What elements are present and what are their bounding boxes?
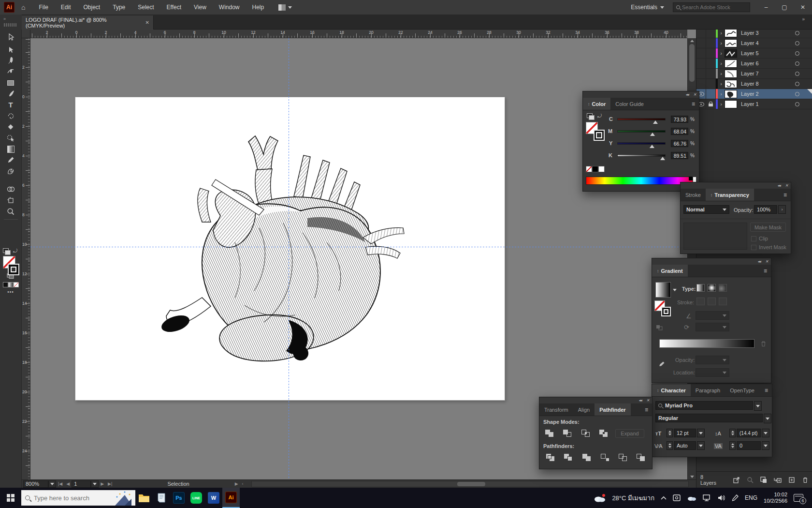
visibility-toggle[interactable] [696, 48, 706, 58]
minus-front-button[interactable] [563, 430, 571, 437]
target-circle[interactable] [795, 31, 799, 35]
hidden-icons-chevron-icon[interactable] [661, 496, 667, 500]
menu-effect[interactable]: Effect [167, 4, 181, 11]
shape-builder-tool[interactable] [5, 184, 16, 194]
tab-transparency[interactable]: ↕Transparency [706, 189, 754, 201]
new-layer-button[interactable] [788, 477, 795, 483]
artboard-number-field[interactable]: 1 [72, 480, 91, 488]
aspect-ratio-dropdown[interactable] [696, 323, 729, 331]
merge-button[interactable] [582, 454, 591, 461]
arrange-documents-button[interactable] [278, 4, 292, 11]
black-swatch[interactable] [592, 166, 598, 172]
collapse-panel-icon[interactable]: ◂◂ [757, 259, 760, 264]
layer-thumbnail[interactable] [725, 60, 737, 68]
tab-transform[interactable]: Transform [539, 403, 573, 416]
expand-chevron-icon[interactable]: › [718, 101, 725, 107]
rotate-tool[interactable] [5, 111, 16, 121]
layer-name[interactable]: Layer 8 [741, 81, 759, 87]
tab-pathfinder[interactable]: Pathfinder [594, 403, 630, 416]
tab-color-guide[interactable]: Color Guide [610, 98, 649, 110]
lock-toggle[interactable] [706, 28, 716, 38]
visibility-toggle[interactable] [696, 38, 706, 48]
slider-handle[interactable] [650, 145, 654, 148]
layer-thumbnail[interactable] [725, 100, 737, 108]
font-size-stepper[interactable] [667, 429, 673, 437]
stock-search-input[interactable] [682, 4, 740, 10]
visibility-toggle[interactable] [696, 69, 706, 78]
visibility-toggle[interactable] [696, 59, 706, 68]
crop-button[interactable] [601, 454, 609, 461]
vertical-scroll-thumb[interactable] [689, 44, 695, 82]
type-tool[interactable]: T [5, 99, 16, 110]
layer-thumbnail[interactable] [725, 39, 737, 47]
layer-row[interactable]: › Layer 1 [696, 99, 812, 109]
slider-handle[interactable] [653, 120, 658, 124]
zoom-tool[interactable] [5, 206, 16, 217]
start-button[interactable] [0, 488, 21, 508]
layer-row-selected[interactable]: › Layer 2 [696, 89, 812, 99]
layer-row[interactable]: › Layer 6 [696, 59, 812, 69]
eyedropper-tool[interactable] [5, 155, 16, 165]
heart-sketch-artwork[interactable] [75, 97, 505, 400]
layer-name[interactable]: Layer 5 [741, 50, 759, 56]
network-icon[interactable] [703, 494, 711, 501]
invert-mask-checkbox[interactable] [751, 245, 756, 250]
artboard-tool[interactable] [5, 195, 16, 206]
tab-character[interactable]: ↕Character [652, 384, 691, 396]
window-close-button[interactable]: ✕ [794, 0, 812, 15]
next-artboard-button[interactable]: ▶ [99, 481, 106, 486]
lock-toggle[interactable] [706, 69, 716, 78]
lock-toggle[interactable] [706, 89, 716, 99]
leading-dropdown-button[interactable] [762, 429, 769, 437]
scroll-down-icon[interactable] [690, 476, 694, 478]
layer-name[interactable]: Layer 2 [741, 91, 759, 97]
kerning-stepper[interactable] [667, 441, 673, 450]
layer-name[interactable]: Layer 4 [741, 40, 759, 46]
layer-row[interactable]: › Layer 3 [696, 28, 812, 38]
collapse-panel-icon[interactable]: ◂◂ [685, 92, 688, 97]
opacity-field[interactable]: 100% [754, 205, 777, 214]
panel-menu-icon[interactable]: ≡ [764, 268, 767, 274]
workspace-switcher[interactable]: Essentials [631, 4, 664, 11]
tab-stroke[interactable]: Stroke [681, 189, 706, 201]
taskbar-app-notepad[interactable] [153, 488, 170, 508]
black-value-field[interactable]: 89.51 [671, 152, 688, 159]
menu-type[interactable]: Type [113, 4, 125, 11]
stop-opacity-dropdown[interactable] [696, 356, 729, 364]
eyedropper-icon[interactable] [658, 360, 666, 370]
cyan-value-field[interactable]: 73.93 [671, 116, 688, 123]
leading-field[interactable]: (14.4 pt) [737, 429, 761, 437]
notification-center-icon[interactable]: 6 [794, 494, 803, 502]
document-tab-close-icon[interactable]: ✕ [145, 20, 149, 25]
panel-menu-icon[interactable]: ≡ [765, 387, 768, 394]
last-artboard-button[interactable]: ▶| [106, 481, 114, 486]
menu-object[interactable]: Object [84, 4, 101, 11]
menu-file[interactable]: File [39, 4, 48, 11]
opacity-stepper-button[interactable]: › [778, 205, 786, 214]
layer-name[interactable]: Layer 6 [741, 60, 759, 66]
gradient-tool[interactable] [5, 144, 16, 154]
taskbar-search-box[interactable] [21, 490, 135, 506]
taskbar-app-file-explorer[interactable] [135, 488, 153, 508]
layer-row[interactable]: › Layer 5 [696, 48, 812, 59]
locate-object-button[interactable] [747, 477, 754, 483]
expand-chevron-icon[interactable]: › [718, 91, 725, 97]
taskbar-app-illustrator[interactable]: Ai [222, 488, 240, 508]
horizontal-guide[interactable] [30, 247, 687, 247]
weather-temperature[interactable]: 28°C มีเมฆมาก [612, 493, 654, 503]
close-panel-icon[interactable]: ✕ [646, 398, 649, 403]
zoom-level-field[interactable]: 800% [23, 480, 48, 488]
expand-chevron-icon[interactable]: › [718, 71, 725, 76]
exclude-button[interactable] [599, 430, 608, 437]
layer-name[interactable]: Layer 1 [741, 101, 759, 107]
gradient-preview-swatch[interactable] [655, 282, 671, 298]
horizontal-scrollbar[interactable] [251, 481, 689, 487]
scroll-up-icon[interactable] [690, 40, 694, 42]
previous-artboard-button[interactable]: ◀ [64, 481, 72, 486]
target-circle[interactable] [795, 72, 799, 76]
divide-button[interactable] [546, 454, 554, 461]
tab-gradient[interactable]: ↕Gradient [652, 265, 688, 277]
stroke-color-swatch[interactable] [594, 130, 605, 141]
menu-help[interactable]: Help [252, 4, 264, 11]
swap-fill-stroke-icon[interactable]: ⤾ [597, 113, 602, 119]
